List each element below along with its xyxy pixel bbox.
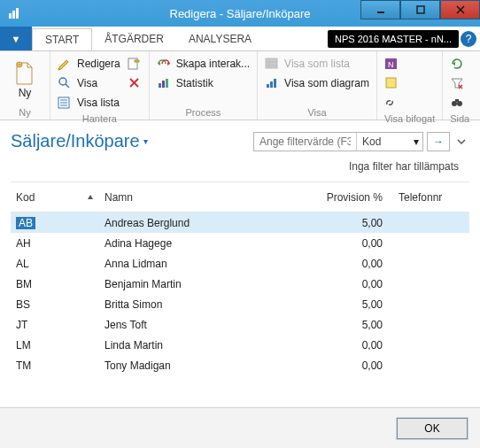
filter-apply-button[interactable]: → bbox=[427, 132, 450, 151]
cell-namn: Benjamin Martin bbox=[99, 278, 310, 290]
chevron-down-icon: ▼ bbox=[12, 34, 21, 44]
help-button[interactable]: ? bbox=[461, 31, 476, 47]
svg-text:N: N bbox=[388, 60, 394, 69]
clear-filter-button[interactable] bbox=[450, 74, 464, 92]
cell-kod: AH bbox=[11, 237, 81, 250]
ribbon-group-label: Hantera bbox=[58, 112, 142, 124]
ok-button[interactable]: OK bbox=[397, 418, 468, 439]
cell-provision: 5,00 bbox=[310, 217, 399, 229]
minimize-button[interactable] bbox=[360, 0, 400, 19]
cell-provision: 5,00 bbox=[310, 298, 399, 311]
delete-button[interactable] bbox=[128, 74, 142, 92]
links-button[interactable] bbox=[384, 94, 399, 112]
column-header-telefon[interactable]: Telefonnr bbox=[399, 191, 469, 204]
table-row[interactable]: ABAndreas Berglund5,00 bbox=[11, 212, 469, 233]
column-header-kod[interactable]: Kod bbox=[11, 191, 81, 204]
cell-namn: Adina Hagege bbox=[99, 237, 310, 250]
cell-namn: Anna Lidman bbox=[99, 258, 310, 270]
file-tab[interactable]: ▼ bbox=[0, 27, 32, 50]
refresh-button[interactable] bbox=[450, 55, 464, 73]
table-row[interactable]: JTJens Toft5,00 bbox=[11, 314, 469, 335]
notes-button[interactable] bbox=[384, 74, 399, 92]
svg-point-10 bbox=[59, 78, 66, 85]
cell-kod: LM bbox=[11, 339, 81, 351]
show-as-chart-button[interactable]: Visa som diagram bbox=[265, 74, 369, 92]
cell-kod: JT bbox=[11, 319, 81, 331]
table-row[interactable]: LMLinda Martin0,00 bbox=[11, 335, 469, 355]
maximize-button[interactable] bbox=[400, 0, 440, 19]
edit-list-button[interactable] bbox=[128, 55, 142, 73]
create-interaction-button[interactable]: Skapa interak... bbox=[157, 55, 250, 73]
link-icon bbox=[384, 96, 399, 110]
chevron-down-icon[interactable]: ▾ bbox=[410, 135, 422, 148]
svg-rect-1 bbox=[12, 11, 15, 19]
onenote-button[interactable]: N bbox=[384, 55, 399, 73]
cell-kod: TM bbox=[11, 359, 81, 372]
ribbon-group-process: Skapa interak... Statistik Process bbox=[150, 51, 258, 120]
svg-rect-29 bbox=[270, 81, 273, 88]
tab-analyze[interactable]: ANALYSERA bbox=[176, 27, 264, 50]
show-as-list-button[interactable]: Visa som lista bbox=[265, 55, 369, 73]
view-list-button[interactable]: Visa lista bbox=[58, 94, 120, 112]
svg-rect-0 bbox=[9, 13, 12, 19]
dialog-footer: OK bbox=[0, 407, 480, 448]
ribbon-group-label: Visa bbox=[265, 105, 369, 118]
table-row[interactable]: BSBritta Simon5,00 bbox=[11, 294, 469, 314]
svg-line-11 bbox=[66, 84, 69, 88]
cell-kod: BS bbox=[11, 298, 81, 311]
ribbon-group-bifogat: N Visa bifogat bbox=[377, 51, 443, 120]
tab-actions[interactable]: ÅTGÄRDER bbox=[92, 27, 176, 50]
new-page-icon bbox=[13, 62, 36, 85]
cell-kod: BM bbox=[11, 278, 81, 290]
bar-chart-icon bbox=[265, 76, 279, 90]
table-row[interactable]: TMTony Madigan0,00 bbox=[11, 355, 469, 375]
column-header-namn[interactable]: Namn bbox=[99, 191, 310, 204]
svg-rect-28 bbox=[267, 84, 269, 88]
find-button[interactable] bbox=[450, 94, 464, 112]
cell-provision: 0,00 bbox=[310, 258, 399, 270]
pencil-icon bbox=[58, 57, 72, 71]
ribbon-group-label: Visa bifogat bbox=[384, 112, 435, 124]
cell-provision: 0,00 bbox=[310, 237, 399, 250]
view-button[interactable]: Visa bbox=[58, 74, 120, 92]
magnifier-icon bbox=[58, 76, 72, 90]
delete-x-icon bbox=[128, 76, 142, 90]
cell-namn: Britta Simon bbox=[99, 298, 310, 311]
ribbon-group-sida: Sida bbox=[443, 51, 476, 120]
filter-box: Kod ▾ bbox=[253, 132, 423, 151]
filter-value-input[interactable] bbox=[254, 135, 356, 148]
cell-provision: 5,00 bbox=[310, 319, 399, 331]
tab-start[interactable]: START bbox=[32, 28, 92, 50]
edit-button[interactable]: Redigera bbox=[58, 55, 120, 73]
table-row[interactable]: AHAdina Hagege0,00 bbox=[11, 233, 469, 253]
ribbon-tabs: ▼ START ÅTGÄRDER ANALYSERA NPS 2016 MAST… bbox=[0, 27, 480, 51]
ribbon-group-label: Process bbox=[157, 105, 250, 118]
page-title[interactable]: Säljare/Inköpare ▾ bbox=[11, 131, 148, 151]
expand-filter-button[interactable] bbox=[453, 132, 469, 151]
filter-clear-icon bbox=[450, 76, 464, 90]
filter-field-select[interactable]: Kod bbox=[357, 135, 410, 148]
column-header-provision[interactable]: Provision % bbox=[310, 191, 399, 204]
sort-indicator-icon[interactable] bbox=[81, 193, 99, 202]
svg-rect-2 bbox=[16, 8, 19, 19]
cell-namn: Linda Martin bbox=[99, 339, 310, 351]
svg-rect-24 bbox=[266, 58, 277, 68]
ribbon-group-label: Sida bbox=[450, 112, 469, 124]
onenote-icon: N bbox=[384, 57, 399, 71]
filter-status: Inga filter har tillämpats bbox=[0, 155, 480, 182]
table-row[interactable]: ALAnna Lidman0,00 bbox=[11, 253, 469, 274]
new-button[interactable]: Ny bbox=[7, 55, 43, 105]
table-icon bbox=[265, 57, 279, 71]
close-button[interactable] bbox=[440, 0, 480, 19]
table-row[interactable]: BMBenjamin Martin0,00 bbox=[11, 274, 469, 294]
page-header: Säljare/Inköpare ▾ Kod ▾ → bbox=[0, 120, 480, 155]
svg-rect-22 bbox=[162, 81, 165, 88]
statistics-button[interactable]: Statistik bbox=[157, 74, 250, 92]
environment-tag: NPS 2016 MASTER - nN... bbox=[328, 30, 459, 48]
cell-provision: 0,00 bbox=[310, 278, 399, 290]
note-icon bbox=[384, 76, 399, 90]
cell-namn: Andreas Berglund bbox=[99, 217, 310, 229]
app-icon bbox=[2, 1, 27, 26]
interaction-icon bbox=[157, 57, 171, 71]
svg-rect-30 bbox=[274, 79, 276, 88]
